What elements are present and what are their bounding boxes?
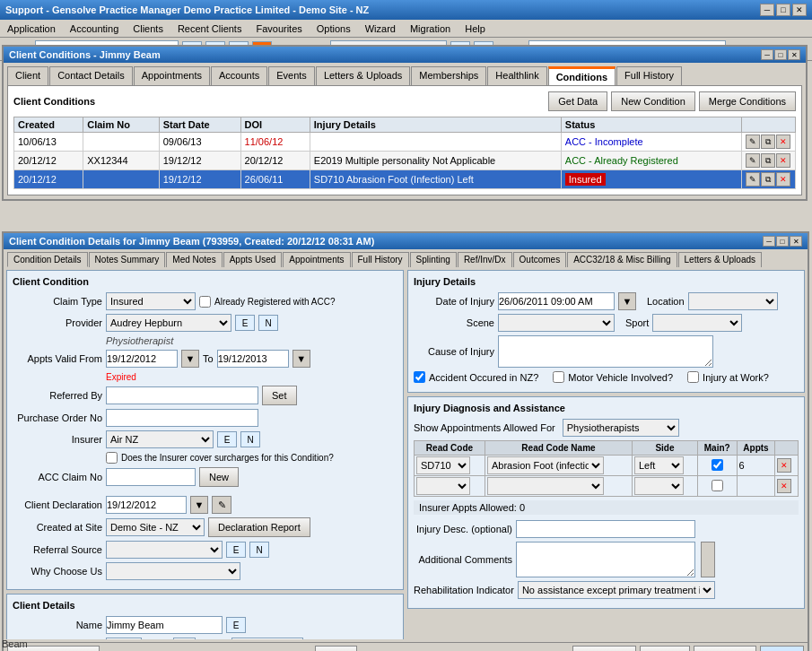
delete-injury-btn-2[interactable]: ✕ xyxy=(777,479,791,493)
menu-help[interactable]: Help xyxy=(461,22,489,35)
table-row[interactable]: 10/06/13 09/06/13 11/06/12 ACC - Incompl… xyxy=(14,133,796,152)
table-row-selected[interactable]: 20/12/12 19/12/12 26/06/11 SD710 Abrasio… xyxy=(14,170,796,189)
show-appts-select[interactable]: Physiotherapists xyxy=(563,419,679,437)
name-e-btn[interactable]: E xyxy=(226,617,246,633)
scene-select[interactable] xyxy=(498,314,615,332)
read-code-select[interactable]: SD710 xyxy=(416,456,470,474)
side-select-2[interactable] xyxy=(634,477,684,495)
created-at-select[interactable]: Demo Site - NZ xyxy=(106,518,205,536)
inner-tab-appointments[interactable]: Appointments xyxy=(283,252,350,267)
edit-row-btn[interactable]: ✎ xyxy=(746,135,760,149)
read-code-select-2[interactable] xyxy=(416,477,470,495)
acc-claim-input[interactable] xyxy=(106,468,196,486)
claim-type-select[interactable]: Insured xyxy=(106,292,196,310)
menu-recent-clients[interactable]: Recent Clients xyxy=(174,22,246,35)
main-checkbox[interactable] xyxy=(712,459,723,471)
inner-tab-splinting[interactable]: Splinting xyxy=(410,252,457,267)
copy-row-btn[interactable]: ⧉ xyxy=(761,153,775,168)
declaration-calendar-btn[interactable]: ▼ xyxy=(190,496,208,514)
insurer-e-btn[interactable]: E xyxy=(217,431,237,447)
read-name-select[interactable]: Abrasion Foot (infection) xyxy=(487,456,604,474)
edit-row-btn[interactable]: ✎ xyxy=(746,172,760,187)
additional-comments-textarea[interactable] xyxy=(516,542,695,577)
new-condition-button[interactable]: New Condition xyxy=(611,91,695,111)
delete-row-btn[interactable]: ✕ xyxy=(776,172,790,187)
win-minimize[interactable]: ─ xyxy=(761,49,773,60)
inner-tab-med-notes[interactable]: Med Notes xyxy=(166,252,222,267)
close-button[interactable]: ✕ xyxy=(792,4,807,16)
location-select[interactable] xyxy=(688,292,778,310)
menu-clients[interactable]: Clients xyxy=(129,22,167,35)
delete-injury-btn[interactable]: ✕ xyxy=(777,458,791,473)
referral-n-btn[interactable]: N xyxy=(249,542,269,558)
referral-e-btn[interactable]: E xyxy=(226,542,246,558)
purchase-order-input[interactable] xyxy=(106,409,258,427)
accident-nz-checkbox[interactable] xyxy=(414,371,425,383)
a4-report-btn[interactable]: A4 Report xyxy=(572,646,637,651)
win-close[interactable]: ✕ xyxy=(788,49,800,60)
read-name-select-2[interactable] xyxy=(487,477,604,495)
win-maximize[interactable]: □ xyxy=(774,49,787,60)
inner-tab-letters-uploads[interactable]: Letters & Uploads xyxy=(678,252,763,267)
referred-by-input[interactable] xyxy=(106,386,258,404)
insurer-n-btn[interactable]: N xyxy=(240,431,260,447)
declaration-report-btn[interactable]: Declaration Report xyxy=(208,517,310,537)
cond-win-close[interactable]: ✕ xyxy=(790,236,802,247)
injury-row[interactable]: SD710 Abrasion Foot (infection) Left xyxy=(415,456,799,476)
edit-row-btn[interactable]: ✎ xyxy=(746,153,760,168)
table-row[interactable]: 20/12/12 XX12344 19/12/12 20/12/12 E2019… xyxy=(14,152,796,170)
new-acc-button[interactable]: New xyxy=(199,467,239,487)
delete-row-btn[interactable]: ✕ xyxy=(776,153,790,168)
injury-desc-input[interactable] xyxy=(516,520,695,538)
provider-e-btn[interactable]: E xyxy=(235,315,255,331)
inner-tab-appts-used[interactable]: Appts Used xyxy=(223,252,283,267)
motor-vehicle-checkbox[interactable] xyxy=(553,371,564,383)
physiotec-btn[interactable]: Physiotec xyxy=(694,646,756,651)
open-btn[interactable]: Open xyxy=(760,646,804,651)
cancel-btn[interactable]: Cancel xyxy=(640,646,690,651)
tab-events[interactable]: Events xyxy=(268,66,315,85)
minimize-button[interactable]: ─ xyxy=(760,4,774,16)
sport-select[interactable] xyxy=(652,314,742,332)
appts-from-calendar-btn[interactable]: ▼ xyxy=(181,350,199,368)
tab-client[interactable]: Client xyxy=(7,66,48,85)
tab-appointments[interactable]: Appointments xyxy=(134,66,210,85)
set-button[interactable]: Set xyxy=(262,386,297,405)
doi-calendar-btn[interactable]: ▼ xyxy=(618,292,636,310)
referral-source-select[interactable] xyxy=(106,541,223,559)
tab-conditions[interactable]: Conditions xyxy=(548,66,616,85)
provider-n-btn[interactable]: N xyxy=(258,315,278,331)
cond-win-maximize[interactable]: □ xyxy=(776,236,789,247)
menu-application[interactable]: Application xyxy=(4,22,59,35)
menu-wizard[interactable]: Wizard xyxy=(362,22,399,35)
tab-accounts[interactable]: Accounts xyxy=(211,66,267,85)
tab-memberships[interactable]: Memberships xyxy=(411,66,486,85)
appts-valid-from-input[interactable] xyxy=(106,350,178,368)
menu-favourites[interactable]: Favourites xyxy=(252,22,305,35)
name-input[interactable] xyxy=(106,616,223,634)
get-data-button[interactable]: Get Data xyxy=(548,91,607,111)
rehab-select[interactable]: No assistance except primary treatment i… xyxy=(518,581,715,599)
inner-tab-condition-details[interactable]: Condition Details xyxy=(7,252,88,267)
inner-tab-ref-inv-dx[interactable]: Ref/Inv/Dx xyxy=(458,252,512,267)
appts-to-calendar-btn[interactable]: ▼ xyxy=(292,350,310,368)
inner-tab-acc32[interactable]: ACC32/18 & Misc Billing xyxy=(567,252,677,267)
why-choose-select[interactable] xyxy=(106,562,240,580)
doi-input[interactable] xyxy=(498,292,615,310)
cause-textarea[interactable] xyxy=(498,335,713,368)
title-input[interactable] xyxy=(106,638,142,639)
declaration-edit-btn[interactable]: ✎ xyxy=(212,496,231,514)
dob-input[interactable] xyxy=(231,638,303,639)
main-checkbox-2[interactable] xyxy=(712,480,723,491)
injury-at-work-checkbox[interactable] xyxy=(687,371,699,383)
menu-options[interactable]: Options xyxy=(313,22,354,35)
merge-conditions-button[interactable]: Merge Conditions xyxy=(699,91,796,111)
inner-tab-notes-summary[interactable]: Notes Summary xyxy=(89,252,166,267)
side-select[interactable]: Left xyxy=(634,456,684,474)
save-btn[interactable]: Save xyxy=(315,646,357,651)
insurer-surcharge-checkbox[interactable] xyxy=(106,452,118,464)
menu-accounting[interactable]: Accounting xyxy=(66,22,122,35)
inner-tab-outcomes[interactable]: Outcomes xyxy=(513,252,567,267)
tab-letters-uploads[interactable]: Letters & Uploads xyxy=(316,66,410,85)
injury-row-2[interactable]: ✕ xyxy=(415,476,799,497)
